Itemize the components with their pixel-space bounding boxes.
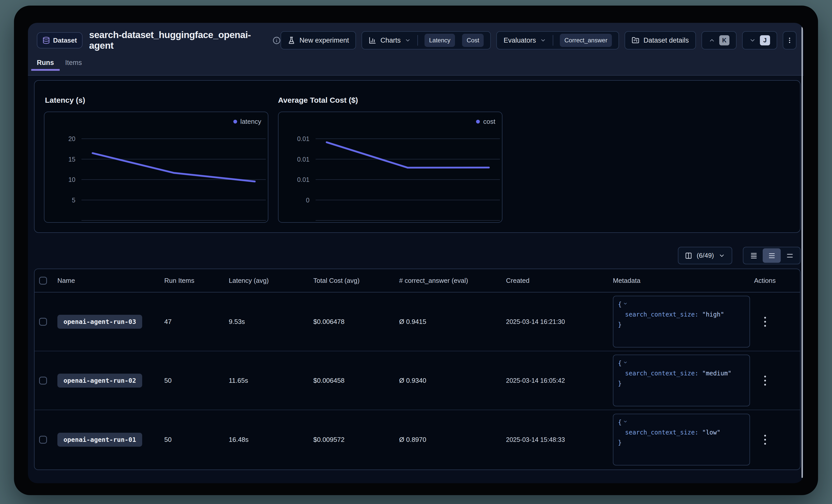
legend-label: cost bbox=[483, 118, 495, 125]
window-frame: Dataset search-dataset_huggingface_opena… bbox=[14, 6, 818, 495]
tab-runs[interactable]: Runs bbox=[31, 59, 60, 71]
database-icon bbox=[43, 36, 50, 44]
run-items-value: 50 bbox=[164, 377, 229, 385]
json-open-brace: { bbox=[618, 301, 622, 308]
row-height-medium-button[interactable] bbox=[763, 248, 781, 263]
row-actions-button[interactable] bbox=[762, 314, 769, 329]
json-collapse-icon[interactable] bbox=[623, 417, 628, 427]
select-all-checkbox[interactable] bbox=[39, 277, 47, 285]
run-items-value: 47 bbox=[164, 318, 229, 326]
latency-chart: latency 2015105 bbox=[44, 112, 268, 223]
cost-line-plot: 0.010.010.010 bbox=[279, 112, 502, 222]
table-row: openai-agent-run-02 50 11.65s $0.006458 … bbox=[34, 351, 800, 410]
table-row: openai-agent-run-01 50 16.48s $0.009572 … bbox=[34, 410, 800, 469]
next-run-button[interactable]: J bbox=[742, 31, 777, 50]
evaluator-chip-correct-answer[interactable]: Correct_answer bbox=[560, 34, 612, 47]
folder-kanban-icon bbox=[632, 36, 639, 44]
prev-run-button[interactable]: K bbox=[702, 31, 736, 50]
evaluators-button[interactable]: Evaluators Correct_answer bbox=[496, 31, 619, 50]
run-name-badge[interactable]: openai-agent-run-02 bbox=[57, 374, 142, 388]
tab-items[interactable]: Items bbox=[60, 59, 87, 71]
row-actions-button[interactable] bbox=[762, 373, 769, 388]
svg-text:0.01: 0.01 bbox=[297, 156, 310, 163]
shortcut-key-k: K bbox=[719, 35, 729, 46]
column-header-total-cost[interactable]: Total Cost (avg) bbox=[313, 277, 399, 285]
created-value: 2025-03-14 16:05:42 bbox=[506, 377, 613, 384]
chevron-down-icon bbox=[405, 37, 411, 44]
row-checkbox[interactable] bbox=[39, 318, 47, 326]
column-header-run-items[interactable]: Run Items bbox=[164, 277, 229, 285]
info-icon[interactable] bbox=[273, 36, 281, 45]
dataset-details-button[interactable]: Dataset details bbox=[625, 31, 696, 50]
charts-button[interactable]: Charts Latency Cost bbox=[362, 31, 491, 50]
latency-legend: latency bbox=[233, 118, 261, 125]
chart-chip-latency[interactable]: Latency bbox=[424, 34, 455, 47]
row-height-toggle bbox=[743, 247, 801, 264]
row-checkbox[interactable] bbox=[39, 436, 47, 444]
json-key: search_context_size: bbox=[625, 311, 698, 318]
rows-medium-icon bbox=[768, 252, 776, 259]
row-checkbox[interactable] bbox=[39, 377, 47, 385]
metadata-json-box[interactable]: { search_context_size: "high" } bbox=[613, 296, 750, 347]
column-header-latency[interactable]: Latency (avg) bbox=[229, 277, 313, 285]
column-header-created[interactable]: Created bbox=[506, 277, 613, 285]
chevron-down-icon bbox=[540, 37, 546, 44]
app-window: Dataset search-dataset_huggingface_opena… bbox=[28, 23, 804, 483]
column-header-name[interactable]: Name bbox=[57, 277, 164, 285]
row-height-compact-button[interactable] bbox=[745, 248, 763, 263]
latency-chart-title: Latency (s) bbox=[45, 96, 85, 105]
header-row: Dataset search-dataset_huggingface_opena… bbox=[37, 31, 797, 50]
correct-answer-avg-value: Ø 0.9415 bbox=[399, 318, 506, 326]
runs-table: Name Run Items Latency (avg) Total Cost … bbox=[34, 269, 801, 470]
run-name-badge[interactable]: openai-agent-run-03 bbox=[57, 315, 142, 329]
created-value: 2025-03-14 15:48:33 bbox=[506, 436, 613, 443]
cost-legend: cost bbox=[476, 118, 495, 125]
row-actions-button[interactable] bbox=[762, 432, 769, 447]
latency-avg-value: 16.48s bbox=[229, 436, 313, 444]
tab-bar: Runs Items bbox=[31, 59, 87, 71]
divider bbox=[553, 35, 553, 46]
metadata-json-box[interactable]: { search_context_size: "low" } bbox=[613, 414, 750, 466]
table-header-row: Name Run Items Latency (avg) Total Cost … bbox=[34, 269, 800, 292]
table-row: openai-agent-run-03 47 9.53s $0.006478 Ø… bbox=[34, 292, 800, 351]
json-value: "high" bbox=[702, 311, 724, 318]
divider bbox=[417, 35, 418, 46]
legend-label: latency bbox=[240, 118, 261, 125]
column-visibility-button[interactable]: (6/49) bbox=[678, 247, 732, 264]
dataset-badge: Dataset bbox=[37, 32, 82, 49]
total-cost-avg-value: $0.006478 bbox=[313, 318, 399, 326]
shortcut-key-j: J bbox=[760, 35, 770, 46]
json-open-brace: { bbox=[618, 360, 622, 367]
json-close-brace: } bbox=[618, 439, 622, 446]
json-close-brace: } bbox=[618, 321, 622, 328]
row-height-tall-button[interactable] bbox=[781, 248, 799, 263]
json-value: "low" bbox=[702, 429, 720, 436]
svg-text:20: 20 bbox=[68, 135, 75, 142]
correct-answer-avg-value: Ø 0.9340 bbox=[399, 377, 506, 385]
metadata-json-box[interactable]: { search_context_size: "medium" } bbox=[613, 355, 750, 407]
rows-tall-icon bbox=[786, 252, 794, 259]
rows-compact-icon bbox=[750, 252, 758, 259]
run-name-badge[interactable]: openai-agent-run-01 bbox=[57, 433, 142, 447]
svg-text:5: 5 bbox=[72, 197, 75, 204]
created-value: 2025-03-14 16:21:30 bbox=[506, 318, 613, 326]
flask-icon bbox=[288, 36, 295, 44]
vertical-scrollbar[interactable] bbox=[802, 27, 803, 478]
json-key: search_context_size: bbox=[625, 370, 698, 377]
json-collapse-icon[interactable] bbox=[623, 358, 628, 368]
chevron-down-icon bbox=[719, 252, 725, 259]
evaluators-label: Evaluators bbox=[503, 36, 536, 45]
chart-chip-cost[interactable]: Cost bbox=[462, 34, 484, 47]
column-header-metadata[interactable]: Metadata bbox=[613, 277, 754, 285]
more-options-button[interactable] bbox=[783, 31, 797, 50]
charts-label: Charts bbox=[380, 36, 401, 45]
chevron-up-icon bbox=[709, 37, 715, 44]
new-experiment-button[interactable]: New experiment bbox=[281, 31, 356, 50]
json-open-brace: { bbox=[618, 419, 622, 426]
table-controls: (6/49) bbox=[678, 247, 801, 264]
json-collapse-icon[interactable] bbox=[623, 299, 628, 309]
column-header-correct-answer[interactable]: # correct_answer (eval) bbox=[399, 277, 506, 285]
charts-panel: Latency (s) Average Total Cost ($) laten… bbox=[34, 80, 801, 233]
svg-text:10: 10 bbox=[68, 176, 75, 183]
ellipsis-vertical-icon bbox=[786, 37, 793, 44]
